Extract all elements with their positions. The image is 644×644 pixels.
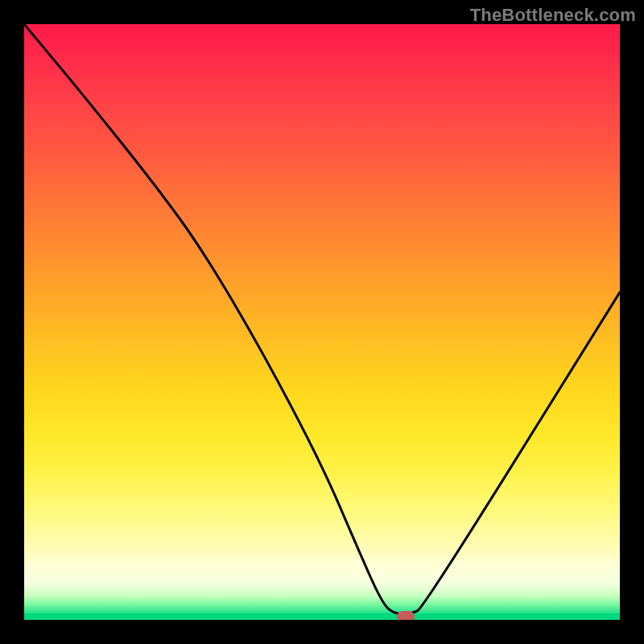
optimal-marker	[397, 611, 415, 620]
watermark-label: TheBottleneck.com	[470, 5, 636, 26]
bottleneck-curve	[24, 24, 620, 620]
chart-frame: TheBottleneck.com	[0, 0, 644, 644]
plot-area	[24, 24, 620, 620]
